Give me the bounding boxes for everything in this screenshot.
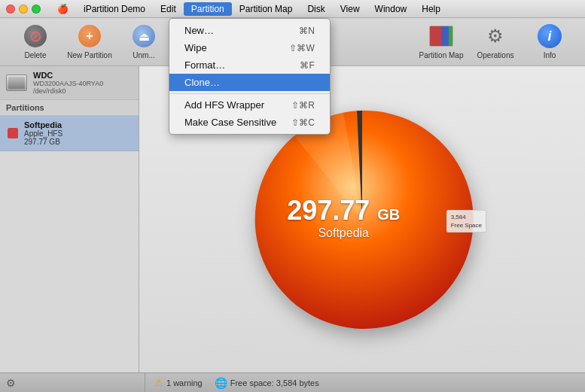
info-icon-container: i (538, 24, 562, 48)
partition-map-button[interactable]: Partition Map (415, 21, 468, 63)
warning-text: 1 warning (166, 378, 203, 387)
menu-partition[interactable]: Partition (184, 2, 232, 16)
minimize-button[interactable] (19, 5, 28, 14)
menu-item-format[interactable]: Format… ⌘F (169, 56, 330, 74)
unmount-label: Unm... (133, 51, 154, 59)
drive-device: /dev/rdisk0 (33, 87, 103, 95)
freespace-status: 🌐 Free space: 3,584 bytes (215, 377, 319, 389)
drive-info: WDC WD3200AAJS-40RYA0 /dev/rdisk0 (33, 71, 103, 95)
partition-info: Softpedia Apple_HFS 297.77 GB (24, 120, 62, 146)
menu-item-wipe[interactable]: Wipe ⇧⌘W (169, 39, 330, 56)
info-button[interactable]: i Info (523, 21, 576, 63)
warning-icon: ⚠ (154, 377, 163, 388)
globe-icon: 🌐 (215, 377, 227, 389)
partitions-header: Partitions (0, 100, 139, 116)
drive-name: WDC (33, 71, 103, 80)
status-right: ⚠ 1 warning 🌐 Free space: 3,584 bytes (145, 377, 579, 389)
menu-edit[interactable]: Edit (153, 2, 184, 16)
maximize-button[interactable] (32, 5, 41, 14)
traffic-lights (6, 5, 41, 14)
partition-name: Softpedia (24, 120, 62, 129)
partition-item[interactable]: Softpedia Apple_HFS 297.77 GB (0, 116, 139, 151)
delete-icon (23, 24, 47, 48)
partition-dropdown-menu[interactable]: New… ⌘N Wipe ⇧⌘W Format… ⌘F Clone… Add H… (169, 18, 331, 135)
delete-button[interactable]: Delete (9, 21, 62, 63)
sidebar: WDC WD3200AAJS-40RYA0 /dev/rdisk0 Partit… (0, 66, 139, 372)
pie-legend: 3,584 Free Space (446, 210, 486, 232)
new-partition-button[interactable]: New Partition (63, 21, 116, 63)
menu-item-new[interactable]: New… ⌘N (169, 22, 330, 39)
menu-item-case-sensitive[interactable]: Make Case Sensitive ⇧⌘C (169, 114, 330, 131)
partition-map-label: Partition Map (419, 51, 464, 59)
menu-item-clone[interactable]: Clone… (169, 74, 330, 91)
titlebar: 🍎 iPartition Demo Edit Partition Partiti… (0, 0, 585, 18)
new-partition-icon (78, 24, 102, 48)
status-left: ⚙ (6, 373, 145, 392)
menu-view[interactable]: View (333, 2, 367, 16)
drive-icon (6, 74, 27, 91)
info-label: Info (544, 51, 556, 59)
gear-icon: ⚙ (487, 26, 504, 47)
partition-size: 297.77 GB (24, 138, 62, 146)
menu-item-add-hfs[interactable]: Add HFS Wrapper ⇧⌘R (169, 96, 330, 114)
close-button[interactable] (6, 5, 15, 14)
partition-color-swatch (8, 128, 18, 138)
operations-icon: ⚙ (483, 24, 507, 48)
operations-label: Operations (477, 51, 514, 59)
menu-app-name[interactable]: iPartition Demo (76, 2, 153, 16)
menu-apple[interactable]: 🍎 (50, 2, 76, 16)
new-partition-label: New Partition (67, 51, 111, 59)
partition-map-icon (429, 24, 453, 48)
settings-icon[interactable]: ⚙ (6, 377, 16, 389)
delete-label: Delete (25, 51, 47, 59)
warning-status[interactable]: ⚠ 1 warning (154, 377, 203, 388)
drive-item[interactable]: WDC WD3200AAJS-40RYA0 /dev/rdisk0 (0, 66, 139, 100)
menu-disk[interactable]: Disk (300, 2, 332, 16)
unmount-icon (132, 24, 156, 48)
info-icon: i (538, 24, 562, 48)
menu-partition-map[interactable]: Partition Map (232, 2, 300, 16)
menu-help[interactable]: Help (414, 2, 448, 16)
freespace-text: Free space: 3,584 bytes (230, 378, 319, 387)
statusbar: ⚙ ⚠ 1 warning 🌐 Free space: 3,584 bytes (0, 372, 585, 392)
drive-model: WD3200AAJS-40RYA0 (33, 80, 103, 87)
menu-separator (169, 93, 330, 94)
menu-window[interactable]: Window (367, 2, 415, 16)
unmount-button[interactable]: Unm... (117, 21, 170, 63)
operations-button[interactable]: ⚙ Operations (469, 21, 522, 63)
partition-type: Apple_HFS (24, 129, 62, 138)
pie-chart: 297.77 GB Softpedia 3,584 Free Space (245, 103, 479, 336)
